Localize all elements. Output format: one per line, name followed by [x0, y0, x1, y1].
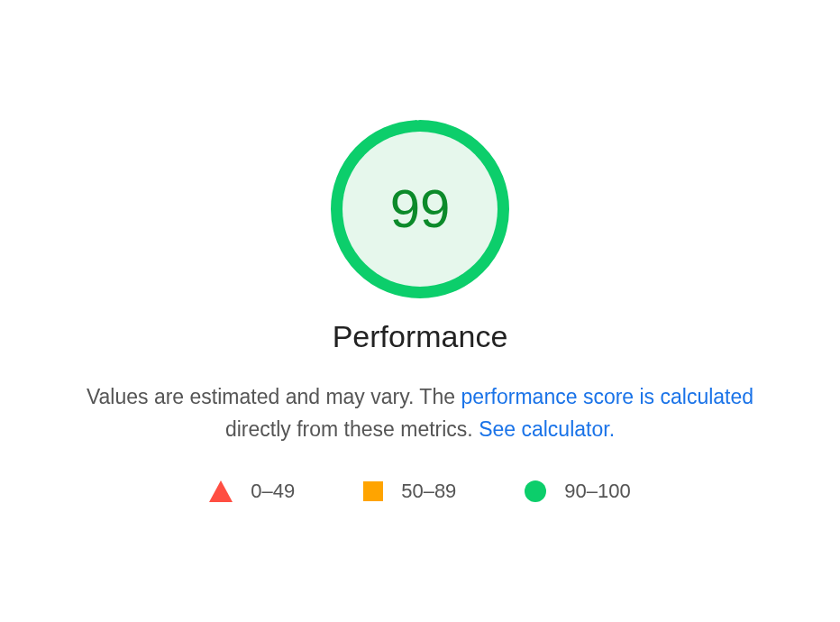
performance-summary: 99 Performance Values are estimated and … [50, 119, 790, 503]
score-gauge: 99 [330, 119, 510, 299]
desc-prefix: Values are estimated and may vary. The [87, 385, 461, 408]
description-text: Values are estimated and may vary. The p… [78, 381, 762, 445]
gauge-inner-circle: 99 [342, 132, 498, 287]
square-icon [363, 481, 383, 501]
circle-icon [525, 480, 546, 502]
see-calculator-link[interactable]: See calculator. [479, 417, 615, 441]
legend-fail-range: 0–49 [251, 480, 295, 503]
legend-pass: 90–100 [525, 480, 630, 503]
legend-pass-range: 90–100 [564, 480, 630, 503]
legend-average-range: 50–89 [401, 480, 456, 503]
score-value: 99 [390, 178, 451, 240]
legend-average: 50–89 [363, 480, 456, 503]
triangle-icon [209, 480, 233, 502]
category-title: Performance [333, 319, 508, 354]
score-legend: 0–49 50–89 90–100 [209, 480, 631, 503]
legend-fail: 0–49 [209, 480, 295, 503]
desc-middle: directly from these metrics. [225, 417, 479, 441]
score-explainer-link[interactable]: performance score is calculated [461, 385, 753, 408]
